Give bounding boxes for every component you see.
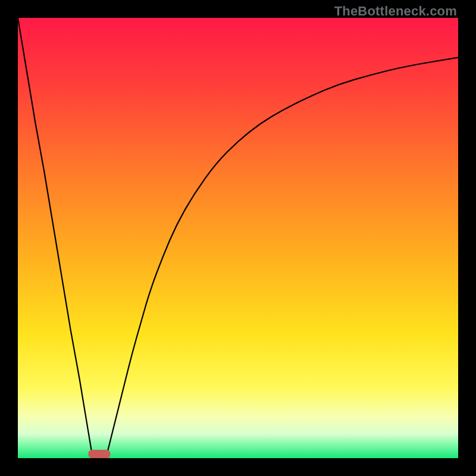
chart-plot-area xyxy=(18,18,458,458)
watermark-text: TheBottleneck.com xyxy=(334,4,457,19)
chart-frame: TheBottleneck.com xyxy=(0,0,476,476)
gradient-background xyxy=(18,18,458,458)
chart-svg xyxy=(18,18,458,458)
optimal-marker xyxy=(88,450,110,458)
